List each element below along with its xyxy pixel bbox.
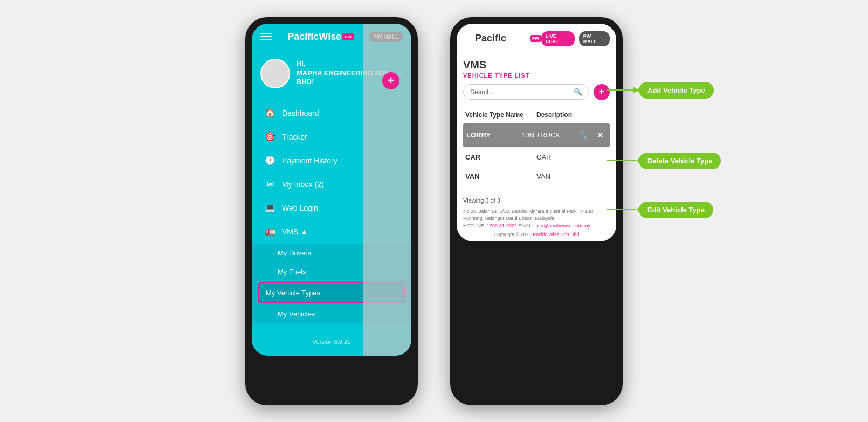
right-app-header: Pacific Wise PW LIVE CHAT PW MALL [457,24,616,52]
edit-vehicle-type-button[interactable]: 🔧 [576,129,589,142]
edit-vehicle-type-label: Edit Vehicle Type [639,202,713,218]
right-header-buttons: LIVE CHAT PW MALL [541,31,610,46]
add-vehicle-type-callout: Add Vehicle Type [607,82,721,99]
vehicle-type-desc: CAR [536,153,608,161]
logo-wise: Wise [319,31,341,43]
right-logo-wise: Wise [506,33,529,44]
search-icon: 🔍 [574,88,582,96]
footer-address: No.20, Jalan BK 1/19, Bandar Kinrara Ind… [463,208,610,230]
left-phone: Pacific Wise PW PW MALL Hi, MAPHA ENGINE… [245,17,418,405]
table-row: CAR CAR [463,148,610,167]
pw-mall-button-right[interactable]: PW MALL [579,31,610,46]
inbox-icon: ✉ [265,179,275,190]
vms-content: VMS VEHICLE TYPE LIST 🔍 + Vehicle Type N… [457,52,616,193]
col-header-desc: Description [536,111,608,119]
logo: Pacific Wise PW [287,31,354,43]
live-chat-button[interactable]: LIVE CHAT [541,31,575,46]
right-logo: Pacific Wise PW [475,33,541,44]
vms-icon: 🚛 [265,226,275,237]
sidebar-item-label: Tracker [282,133,307,141]
vehicle-type-table: Vehicle Type Name Description LORRY 10N … [463,107,610,186]
logo-pacific: Pacific [287,31,319,43]
hotline-link[interactable]: 1700-81-9022 [487,223,517,229]
search-row: 🔍 + [463,84,610,100]
vehicle-type-name: LORRY [466,131,521,139]
row-actions: 🔧 ✕ [576,129,607,142]
delete-vehicle-type-button[interactable]: ✕ [594,129,607,142]
table-header: Vehicle Type Name Description [463,107,610,123]
copyright-link[interactable]: Pacific Wise Sdn Bhd [533,232,579,237]
table-row: LORRY 10N TRUCK 🔧 ✕ [463,123,610,148]
table-row: VAN VAN [463,167,610,186]
payment-history-icon: 🕐 [265,155,275,166]
vms-section-subtitle: VEHICLE TYPE LIST [463,72,610,79]
sidebar-item-label: Web Login [282,204,318,212]
email-link[interactable]: info@pacificwise.com.my [536,223,590,229]
add-vehicle-type-label: Add Vehicle Type [639,82,714,99]
edit-vehicle-type-callout: Edit Vehicle Type [607,202,721,218]
search-input[interactable] [470,88,570,96]
sidebar-item-label: Payment History [282,156,337,165]
viewing-count: Viewing 3 of 3 [463,197,610,204]
web-login-icon: 💻 [265,203,275,213]
dashboard-icon: 🏠 [265,108,275,119]
sidebar-item-label: VMS ▲ [282,227,308,236]
tracker-icon: 🎯 [265,132,275,142]
right-phone: Pacific Wise PW LIVE CHAT PW MALL VMS VE… [450,17,623,405]
copyright-text: Copyright © 2020 Pacific Wise Sdn Bhd [463,232,610,237]
callouts-panel: Add Vehicle Type Delete Vehicle Type Edi… [607,82,721,218]
hamburger-menu[interactable] [260,33,272,40]
right-logo-pw-badge: PW [530,35,541,42]
avatar [260,59,290,88]
vehicle-type-name: CAR [465,153,536,161]
logo-pw-badge: PW [342,33,354,40]
vehicle-type-name: VAN [465,172,536,181]
sidebar-item-label: My Inbox (2) [282,180,324,189]
sidebar-item-label: Dashboard [282,109,319,117]
vehicle-type-desc: 10N TRUCK [521,131,576,139]
col-header-name: Vehicle Type Name [465,111,536,119]
hamburger-menu-right[interactable] [463,35,475,43]
delete-vehicle-type-label: Delete Vehicle Type [639,153,721,169]
delete-vehicle-type-callout: Delete Vehicle Type [607,153,721,169]
vehicle-type-desc: VAN [536,172,608,181]
right-phone-wrapper: Pacific Wise PW LIVE CHAT PW MALL VMS VE… [450,17,623,405]
vms-page-title: VMS [463,59,610,71]
fab-add-button[interactable]: + [382,72,399,89]
vms-footer: Viewing 3 of 3 No.20, Jalan BK 1/19, Ban… [457,193,616,242]
search-bar: 🔍 [463,84,589,100]
right-logo-pacific: Pacific [475,33,506,44]
